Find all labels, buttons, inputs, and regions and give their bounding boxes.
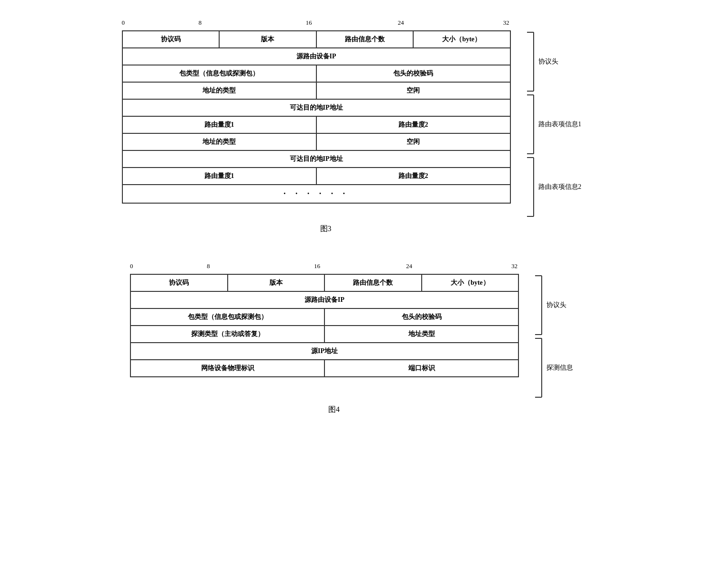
annot-protocol-header: 协议头 <box>525 30 582 93</box>
figure3-annotations: 协议头 路由表项信息1 <box>525 30 582 218</box>
ruler4-24: 24 <box>406 262 412 270</box>
bracket-svg4-protocol <box>533 274 543 336</box>
bracket-svg4-probe <box>533 336 543 399</box>
bracket-svg-protocol <box>525 30 535 93</box>
bracket-svg-route1 <box>525 93 535 156</box>
annot4-label-protocol: 协议头 <box>546 301 566 309</box>
cell4-packet-type: 包类型（信息包或探测包） <box>130 308 324 326</box>
table-row: 可达目的地IP地址 <box>122 150 510 168</box>
annot-route2: 路由表项信息2 <box>525 156 582 218</box>
figure4-wrapper: 协议码 版本 路由信息个数 大小（byte） 源路由设备IP 包类型（信息包或探… <box>130 274 573 399</box>
ruler-8: 8 <box>199 19 202 27</box>
ruler4-16: 16 <box>314 262 320 270</box>
ruler-16: 16 <box>306 19 312 27</box>
cell4-device-id: 网络设备物理标识 <box>130 360 324 377</box>
cell4-probe-type: 探测类型（主动或答复） <box>130 326 324 343</box>
cell-route-count: 路由信息个数 <box>316 31 414 48</box>
annot4-protocol-header: 协议头 <box>533 274 573 336</box>
table-row: 源IP地址 <box>130 343 518 360</box>
cell-dots: · · · · · · <box>122 185 510 203</box>
table-row: · · · · · · <box>122 185 510 203</box>
cell-version: 版本 <box>219 31 316 48</box>
cell-checksum: 包头的校验码 <box>316 65 510 82</box>
annot4-probe-info: 探测信息 <box>533 336 573 399</box>
cell-source-router-ip: 源路由设备IP <box>122 48 510 65</box>
ruler4-0: 0 <box>130 262 133 270</box>
cell-reserved2: 空闲 <box>316 133 510 150</box>
cell4-route-count: 路由信息个数 <box>324 274 422 291</box>
cell-addr-type2: 地址的类型 <box>122 133 316 150</box>
cell-size: 大小（byte） <box>413 31 510 48</box>
annot-route1: 路由表项信息1 <box>525 93 582 156</box>
ruler-24: 24 <box>398 19 404 27</box>
table-row: 源路由设备IP <box>122 48 510 65</box>
cell4-source-ip: 源IP地址 <box>130 343 518 360</box>
table-row: 可达目的地IP地址 <box>122 99 510 116</box>
figure4-table: 协议码 版本 路由信息个数 大小（byte） 源路由设备IP 包类型（信息包或探… <box>130 274 519 377</box>
figure4-table-area: 协议码 版本 路由信息个数 大小（byte） 源路由设备IP 包类型（信息包或探… <box>130 274 519 377</box>
cell4-protocol-code: 协议码 <box>130 274 228 291</box>
figure3-section: 0 8 16 24 32 协议码 版本 路由信息个数 大小（byte） <box>122 19 582 234</box>
ruler-0: 0 <box>122 19 125 27</box>
figure3-wrapper: 协议码 版本 路由信息个数 大小（byte） 源路由设备IP 包类型（信息包或探… <box>122 30 582 218</box>
cell4-source-router-ip: 源路由设备IP <box>130 291 518 308</box>
ruler4-8: 8 <box>207 262 210 270</box>
cell-addr-type1: 地址的类型 <box>122 82 316 99</box>
table-row: 协议码 版本 路由信息个数 大小（byte） <box>122 31 510 48</box>
figure3-table: 协议码 版本 路由信息个数 大小（byte） 源路由设备IP 包类型（信息包或探… <box>122 30 511 204</box>
figure4-annotations: 协议头 探测信息 <box>533 274 573 399</box>
table-row: 路由量度1 路由量度2 <box>122 116 510 133</box>
figure4-section: 0 8 16 24 32 协议码 版本 路由信息个数 大小（byte） <box>130 262 573 415</box>
cell-packet-type: 包类型（信息包或探测包） <box>122 65 316 82</box>
table-row: 网络设备物理标识 端口标识 <box>130 360 518 377</box>
table-row: 包类型（信息包或探测包） 包头的校验码 <box>122 65 510 82</box>
annot-label-route1: 路由表项信息1 <box>538 120 582 129</box>
cell-protocol-code: 协议码 <box>122 31 220 48</box>
cell-reserved1: 空闲 <box>316 82 510 99</box>
table-row: 包类型（信息包或探测包） 包头的校验码 <box>130 308 518 326</box>
cell-metric2a: 路由量度2 <box>316 116 510 133</box>
cell4-size: 大小（byte） <box>422 274 519 291</box>
figure3-table-area: 协议码 版本 路由信息个数 大小（byte） 源路由设备IP 包类型（信息包或探… <box>122 30 511 204</box>
ruler4-32: 32 <box>511 262 518 270</box>
cell-dest-ip1: 可达目的地IP地址 <box>122 99 510 116</box>
cell-dest-ip2: 可达目的地IP地址 <box>122 150 510 168</box>
cell4-version: 版本 <box>228 274 325 291</box>
fig4-caption: 图4 <box>130 405 538 415</box>
cell4-checksum: 包头的校验码 <box>324 308 518 326</box>
table-row: 源路由设备IP <box>130 291 518 308</box>
fig3-caption: 图3 <box>122 224 530 234</box>
table-row: 探测类型（主动或答复） 地址类型 <box>130 326 518 343</box>
bracket-svg-route2 <box>525 156 535 218</box>
table-row: 地址的类型 空闲 <box>122 82 510 99</box>
cell-metric1a: 路由量度1 <box>122 116 316 133</box>
annot-label-protocol: 协议头 <box>538 57 558 66</box>
cell-metric1b: 路由量度1 <box>122 168 316 185</box>
table-row: 地址的类型 空闲 <box>122 133 510 150</box>
annot4-label-probe: 探测信息 <box>546 364 573 372</box>
ruler-32: 32 <box>503 19 509 27</box>
annot-label-route2: 路由表项信息2 <box>538 183 582 191</box>
cell-metric2b: 路由量度2 <box>316 168 510 185</box>
cell4-addr-type: 地址类型 <box>324 326 518 343</box>
cell4-port-id: 端口标识 <box>324 360 518 377</box>
table-row: 路由量度1 路由量度2 <box>122 168 510 185</box>
table-row: 协议码 版本 路由信息个数 大小（byte） <box>130 274 518 291</box>
